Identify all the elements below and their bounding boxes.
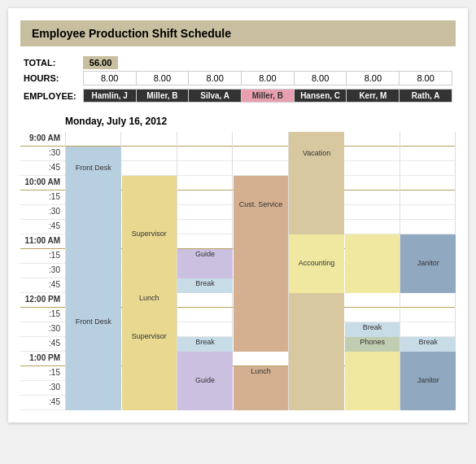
hours-cell: 8.00 [136, 72, 189, 85]
schedule-block [122, 366, 177, 410]
total-label: TOTAL: [20, 56, 80, 69]
cols [65, 161, 456, 175]
schedule-block [234, 234, 289, 352]
time-label: :45 [20, 337, 65, 351]
cols [65, 147, 456, 160]
grid-cell [233, 147, 288, 161]
employee-cell: Silva, A [189, 90, 242, 103]
grid-cell [177, 308, 233, 322]
time-label: :45 [20, 220, 65, 234]
hours-cell: 8.00 [347, 72, 400, 85]
grid-cell [344, 220, 400, 234]
employee-cells-row: Hamlin, JMiller, BSilva, AMiller, BHanse… [83, 90, 452, 103]
grid-cell [177, 176, 233, 190]
schedule-block: Break [345, 322, 400, 337]
hours-cell: 8.00 [242, 72, 295, 85]
schedule-block: Phones [345, 337, 400, 352]
schedule-block [345, 352, 400, 410]
grid-cell [177, 322, 233, 337]
summary-table: TOTAL: 56.00 HOURS: 8.008.008.008.008.00… [20, 56, 456, 104]
schedule-block: Janitor [400, 352, 456, 410]
grid-cell [121, 132, 177, 147]
schedule-block [289, 293, 344, 410]
grid-cell [400, 308, 456, 322]
grid-cell [344, 161, 400, 176]
schedule-block: Janitor [400, 234, 456, 293]
cols [65, 132, 456, 146]
schedule-block: Break [400, 337, 456, 352]
schedule-block: Guide [177, 352, 233, 410]
time-label: :45 [20, 396, 65, 409]
grid-cell [233, 352, 288, 366]
grid-cell [400, 176, 456, 190]
time-label: :30 [20, 264, 65, 278]
grid-cell [400, 132, 456, 147]
grid-cell [344, 176, 400, 190]
time-label: :45 [20, 161, 65, 175]
employee-cell: Miller, B [242, 90, 295, 103]
time-label: :30 [20, 205, 65, 219]
schedule-block [66, 337, 121, 410]
time-label: :30 [20, 147, 65, 160]
hours-cells-row: 8.008.008.008.008.008.008.00 [83, 72, 452, 85]
grid-cell [177, 147, 233, 161]
grid-cell [400, 161, 456, 176]
schedule-block: Vacation [289, 132, 344, 176]
time-label: 12:00 PM [20, 293, 65, 307]
grid-cell [177, 205, 233, 220]
time-label: :15 [20, 308, 65, 322]
schedule-block: Front Desk [66, 308, 121, 337]
schedule-block: Front Desk [66, 147, 121, 190]
grid-cell [344, 205, 400, 220]
grid-cell [177, 293, 233, 308]
employee-label: EMPLOYEE: [20, 87, 80, 104]
schedule-block: Lunch [234, 366, 289, 381]
employee-cell: Miller, B [136, 90, 189, 103]
grid-cell [400, 322, 456, 337]
employee-cell: Kerr, M [347, 90, 400, 103]
grid-cell [344, 190, 400, 205]
grid-cell [344, 293, 400, 308]
time-label: :30 [20, 381, 65, 395]
grid-cell [177, 234, 233, 249]
total-value: 56.00 [83, 56, 119, 69]
schedule-block: Cust. Service [234, 176, 289, 234]
schedule-block [289, 176, 344, 234]
page: Employee Production Shift Schedule TOTAL… [8, 8, 468, 422]
grid-cell [121, 147, 177, 161]
employee-cell: Rath, A [400, 90, 452, 103]
time-label: :15 [20, 366, 65, 380]
grid-cell [400, 190, 456, 205]
date-header: Monday, July 16, 2012 [20, 116, 456, 127]
grid-cell [400, 147, 456, 161]
grid-cell [233, 161, 288, 176]
time-label: :15 [20, 190, 65, 204]
schedule-block: Break [177, 278, 233, 293]
total-row: TOTAL: 56.00 [20, 56, 456, 69]
grid-cell [344, 132, 400, 147]
schedule-block [66, 190, 121, 308]
hours-cell: 8.00 [400, 72, 452, 85]
grid-cell [177, 190, 233, 205]
grid-cell [177, 220, 233, 234]
hours-cell: 8.00 [294, 72, 347, 85]
hours-row-container: HOURS: 8.008.008.008.008.008.008.00 [20, 69, 456, 87]
employee-row-container: EMPLOYEE: Hamlin, JMiller, BSilva, AMill… [20, 87, 456, 104]
time-label: :30 [20, 322, 65, 336]
grid-cell [400, 205, 456, 220]
grid-cell [65, 132, 121, 147]
grid-cell [233, 132, 288, 147]
time-label: 10:00 AM [20, 176, 65, 190]
hours-cell: 8.00 [83, 72, 136, 85]
time-label: 1:00 PM [20, 352, 65, 366]
grid-cell [121, 161, 177, 176]
schedule-block: Break [177, 337, 233, 352]
grid-cell [177, 132, 233, 147]
hours-cell: 8.00 [189, 72, 242, 85]
time-label: :45 [20, 278, 65, 292]
grid-cell [177, 161, 233, 176]
grid-cell [400, 220, 456, 234]
schedule-block [345, 234, 400, 293]
time-label: :15 [20, 249, 65, 263]
schedule-block [234, 381, 289, 410]
